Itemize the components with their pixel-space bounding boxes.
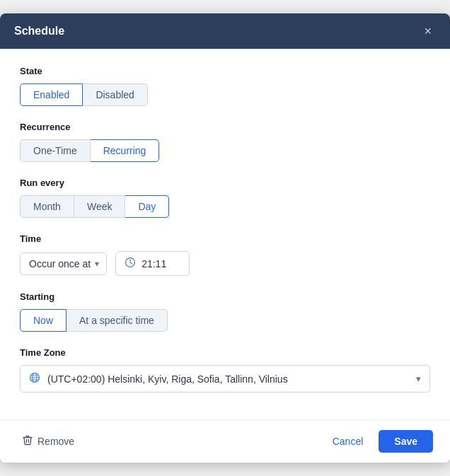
run-every-label: Run every (20, 178, 430, 188)
starting-now-button[interactable]: Now (20, 309, 67, 332)
dialog-title: Schedule (14, 25, 64, 37)
time-label: Time (20, 233, 430, 244)
time-field: Time Occur once at ▾ (20, 233, 430, 276)
dialog-header: Schedule × (0, 13, 450, 49)
state-button-group: Enabled Disabled (20, 83, 430, 106)
globe-icon (29, 372, 40, 385)
run-every-week-button[interactable]: Week (74, 195, 126, 218)
recurrence-field: Recurrence One-Time Recurring (20, 122, 430, 162)
recurrence-recurring-button[interactable]: Recurring (91, 139, 160, 162)
time-input[interactable] (142, 258, 180, 269)
starting-label: Starting (20, 291, 430, 302)
state-enabled-button[interactable]: Enabled (20, 83, 83, 106)
state-label: State (20, 66, 430, 76)
recurrence-onetime-button[interactable]: One-Time (20, 139, 91, 162)
chevron-down-icon: ▾ (95, 259, 99, 269)
time-row: Occur once at ▾ (20, 251, 430, 276)
chevron-down-icon: ▾ (416, 373, 421, 384)
dialog-body: State Enabled Disabled Recurrence One-Ti… (0, 49, 450, 419)
timezone-value: (UTC+02:00) Helsinki, Kyiv, Riga, Sofia,… (47, 373, 409, 385)
run-every-button-group: Month Week Day (20, 195, 430, 218)
dialog-footer: Remove Cancel Save (0, 419, 450, 463)
trash-icon (23, 435, 33, 448)
time-input-wrapper (115, 251, 190, 276)
cancel-button[interactable]: Cancel (324, 431, 372, 452)
remove-label: Remove (38, 436, 74, 447)
footer-right: Cancel Save (324, 430, 433, 453)
clock-icon (125, 257, 136, 270)
recurrence-button-group: One-Time Recurring (20, 139, 430, 162)
close-button[interactable]: × (420, 23, 436, 39)
run-every-month-button[interactable]: Month (20, 195, 74, 218)
starting-field: Starting Now At a specific time (20, 291, 430, 332)
starting-button-group: Now At a specific time (20, 309, 430, 332)
timezone-select[interactable]: (UTC+02:00) Helsinki, Kyiv, Riga, Sofia,… (20, 365, 430, 393)
starting-specific-button[interactable]: At a specific time (67, 309, 168, 332)
occur-select[interactable]: Occur once at ▾ (20, 252, 107, 275)
state-disabled-button[interactable]: Disabled (83, 83, 147, 106)
schedule-dialog: Schedule × State Enabled Disabled Recurr… (0, 13, 450, 463)
state-field: State Enabled Disabled (20, 66, 430, 106)
timezone-label: Time Zone (20, 347, 430, 358)
save-button[interactable]: Save (379, 430, 433, 453)
run-every-day-button[interactable]: Day (125, 195, 169, 218)
occur-label: Occur once at (29, 258, 91, 269)
recurrence-label: Recurrence (20, 122, 430, 132)
run-every-field: Run every Month Week Day (20, 178, 430, 218)
remove-button[interactable]: Remove (17, 431, 80, 452)
timezone-field: Time Zone (UTC+02:00) Helsinki, Kyiv, Ri… (20, 347, 430, 393)
